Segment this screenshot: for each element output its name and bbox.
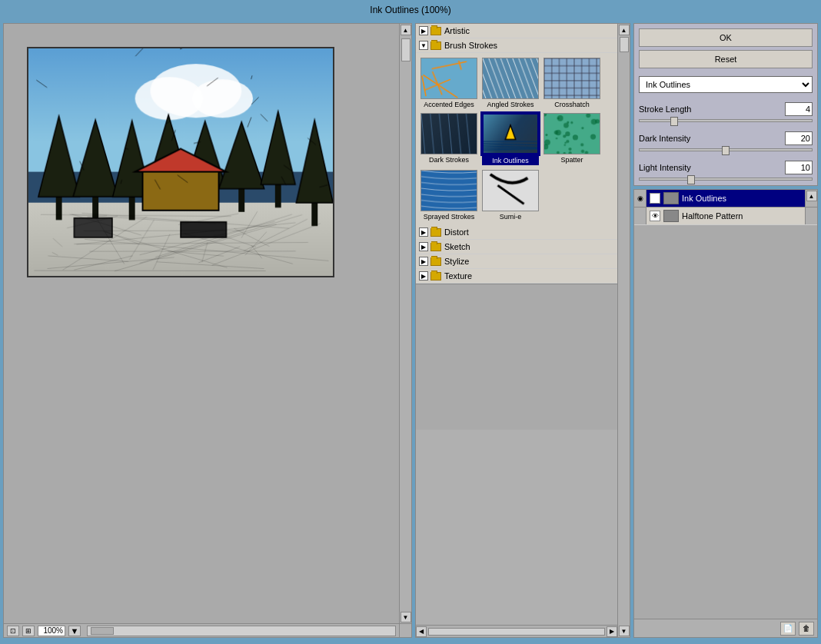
category-sketch[interactable]: ▶ Sketch — [416, 240, 617, 254]
canvas-area: ▲ ▼ ⊡ ⊞ ▼ — [3, 23, 412, 638]
layers-right-scroll-mid — [805, 207, 817, 224]
canvas-scroll-up-btn[interactable]: ▲ — [401, 25, 411, 35]
layer-row-halftone[interactable]: 👁 Halftone Pattern — [634, 207, 817, 225]
right-panel: OK Reset Ink Outlines Stroke Length 4 — [633, 23, 818, 638]
filter-scroll-up-btn[interactable]: ▲ — [619, 25, 630, 35]
layer-halftone-thumb — [663, 210, 679, 222]
filter-select-row: Ink Outlines — [639, 76, 813, 93]
folder-distort-icon — [430, 228, 441, 237]
filter-scroll-down-btn[interactable]: ▼ — [619, 626, 630, 636]
expand-brush-btn[interactable]: ▼ — [419, 41, 428, 50]
filter-hscroll-left-btn[interactable]: ◀ — [416, 626, 427, 637]
expand-stylize-btn[interactable]: ▶ — [419, 257, 428, 266]
filter-sprayed-strokes-label: Sprayed Strokes — [424, 213, 475, 221]
controls-panel: OK Reset Ink Outlines Stroke Length 4 — [633, 23, 818, 186]
layer-halftone-name: Halftone Pattern — [682, 211, 743, 221]
category-stylize[interactable]: ▶ Stylize — [416, 254, 617, 269]
folder-brush-icon — [430, 41, 441, 50]
filter-preview-area — [416, 284, 617, 430]
filter-scroll-thumb[interactable] — [620, 37, 629, 52]
title-bar: Ink Outlines (100%) — [0, 0, 821, 20]
filter-spatter[interactable]: Spatter — [542, 111, 602, 167]
category-distort[interactable]: ▶ Distort — [416, 225, 617, 240]
layer-ink-outlines-item[interactable]: 👁 Ink Outlines — [646, 190, 805, 207]
filter-select[interactable]: Ink Outlines — [639, 76, 813, 93]
dark-intensity-control: Dark Intensity 20 — [639, 131, 813, 151]
filter-crosshatch[interactable]: Crosshatch — [542, 56, 602, 110]
category-texture-label: Texture — [444, 271, 472, 281]
filter-crosshatch-label: Crosshatch — [554, 101, 590, 108]
light-intensity-thumb[interactable] — [687, 175, 695, 184]
filter-sumi-e[interactable]: Sumi-e — [480, 168, 540, 222]
filter-sprayed-strokes[interactable]: Sprayed Strokes — [419, 168, 479, 222]
zoom-fit-btn[interactable]: ⊡ — [7, 626, 19, 636]
stroke-length-track[interactable] — [639, 119, 813, 122]
folder-stylize-icon — [430, 257, 441, 266]
canvas-image-frame — [27, 47, 334, 277]
category-stylize-label: Stylize — [444, 257, 469, 266]
layers-empty-area — [634, 225, 817, 619]
layer-halftone-eye[interactable]: 👁 — [650, 211, 660, 221]
dark-intensity-thumb[interactable] — [722, 146, 730, 155]
category-texture[interactable]: ▶ Texture — [416, 269, 617, 284]
category-distort-label: Distort — [444, 227, 469, 237]
filter-angled-strokes[interactable]: Angled Strokes — [480, 56, 540, 110]
filter-accented-edges[interactable]: Accented Edges — [419, 56, 479, 110]
canvas-vscrollbar[interactable]: ▲ ▼ — [399, 24, 411, 623]
light-intensity-label: Light Intensity — [639, 163, 691, 172]
category-artistic-label: Artistic — [444, 26, 470, 35]
window-title: Ink Outlines (100%) — [370, 5, 450, 15]
layer-row-ink-outlines[interactable]: ◉ 👁 Ink Outlines ▲ — [634, 190, 817, 207]
canvas-bottom-bar: ⊡ ⊞ ▼ — [4, 623, 399, 637]
filter-spatter-label: Spatter — [560, 156, 583, 164]
filter-sumi-e-label: Sumi-e — [500, 213, 522, 221]
brush-strokes-thumbnails: Accented Edges Angled Strokes Crosshatch — [416, 53, 617, 225]
dark-intensity-label: Dark Intensity — [639, 134, 690, 143]
dark-intensity-track[interactable] — [639, 148, 813, 151]
category-brush-strokes[interactable]: ▼ Brush Strokes — [416, 38, 617, 53]
layer-ink-outlines-eye[interactable]: 👁 — [650, 193, 660, 204]
expand-sketch-btn[interactable]: ▶ — [419, 242, 428, 251]
filter-angled-strokes-label: Angled Strokes — [487, 101, 533, 108]
canvas-scroll-corner — [399, 623, 411, 637]
layer-ink-outlines-name: Ink Outlines — [682, 194, 726, 203]
folder-artistic-icon — [430, 27, 441, 35]
layers-delete-btn[interactable]: 🗑 — [799, 622, 814, 636]
light-intensity-track[interactable] — [639, 178, 813, 181]
reset-button[interactable]: Reset — [639, 50, 813, 68]
expand-texture-btn[interactable]: ▶ — [419, 271, 428, 281]
preview-canvas — [28, 48, 333, 276]
canvas-scroll-down-btn[interactable]: ▼ — [401, 612, 411, 622]
layer-ink-outlines-thumb — [663, 192, 679, 204]
layers-right-scroll-top[interactable]: ▲ — [805, 190, 817, 207]
light-intensity-value[interactable]: 10 — [785, 161, 813, 174]
layer-halftone-item[interactable]: 👁 Halftone Pattern — [646, 207, 805, 224]
layer-halftone-spacer — [634, 207, 646, 224]
dark-intensity-value[interactable]: 20 — [785, 131, 813, 145]
stroke-length-control: Stroke Length 4 — [639, 102, 813, 122]
canvas-scroll-thumb[interactable] — [401, 38, 410, 61]
zoom-dropdown-btn[interactable]: ▼ — [68, 626, 81, 636]
ok-button[interactable]: OK — [639, 28, 813, 47]
canvas-hscroll-thumb[interactable] — [91, 627, 114, 635]
filter-hscroll-right-btn[interactable]: ▶ — [607, 626, 617, 637]
expand-distort-btn[interactable]: ▶ — [419, 227, 428, 237]
stroke-length-thumb[interactable] — [670, 117, 678, 126]
expand-artistic-btn[interactable]: ▶ — [419, 26, 428, 35]
layer-ink-outlines-scroll-btn[interactable]: ◉ — [634, 190, 646, 207]
filter-hscrollbar[interactable]: ◀ ▶ — [416, 625, 617, 637]
filter-ink-outlines[interactable]: Ink Outlines — [480, 111, 540, 167]
stroke-length-label: Stroke Length — [639, 105, 692, 114]
light-intensity-control: Light Intensity 10 — [639, 161, 813, 181]
stroke-length-value[interactable]: 4 — [785, 102, 813, 116]
category-artistic[interactable]: ▶ Artistic — [416, 24, 617, 38]
zoom-actual-btn[interactable]: ⊞ — [22, 626, 35, 636]
layers-new-btn[interactable]: 📄 — [780, 622, 796, 636]
zoom-input[interactable] — [38, 626, 65, 636]
filter-dark-strokes[interactable]: Dark Strokes — [419, 111, 479, 167]
canvas-hscrollbar[interactable] — [87, 626, 396, 636]
filter-panel-scrollbar[interactable]: ▲ ▼ — [617, 24, 630, 637]
folder-sketch-icon — [430, 243, 441, 251]
filter-accented-edges-label: Accented Edges — [424, 101, 474, 108]
layers-scroll-up-btn[interactable]: ▲ — [806, 191, 817, 201]
